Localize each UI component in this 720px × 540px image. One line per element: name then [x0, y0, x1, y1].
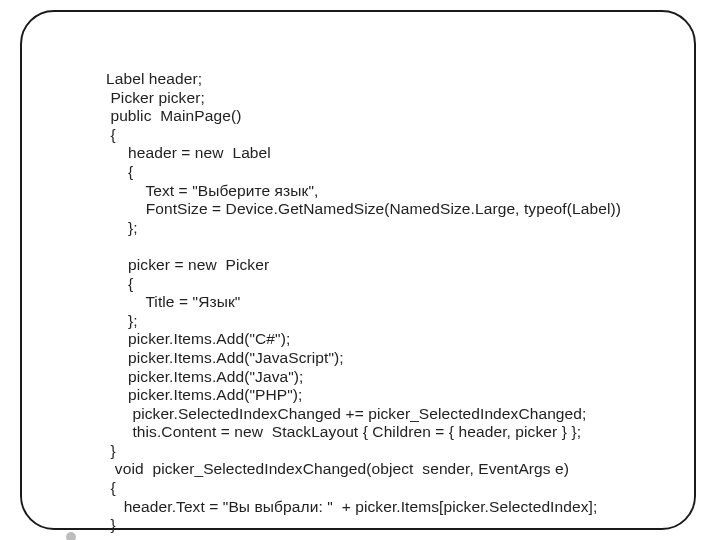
- code-block: Label header; Picker picker; public Main…: [106, 70, 621, 535]
- bullet-dot: [66, 532, 76, 540]
- slide-frame: Label header; Picker picker; public Main…: [20, 10, 696, 530]
